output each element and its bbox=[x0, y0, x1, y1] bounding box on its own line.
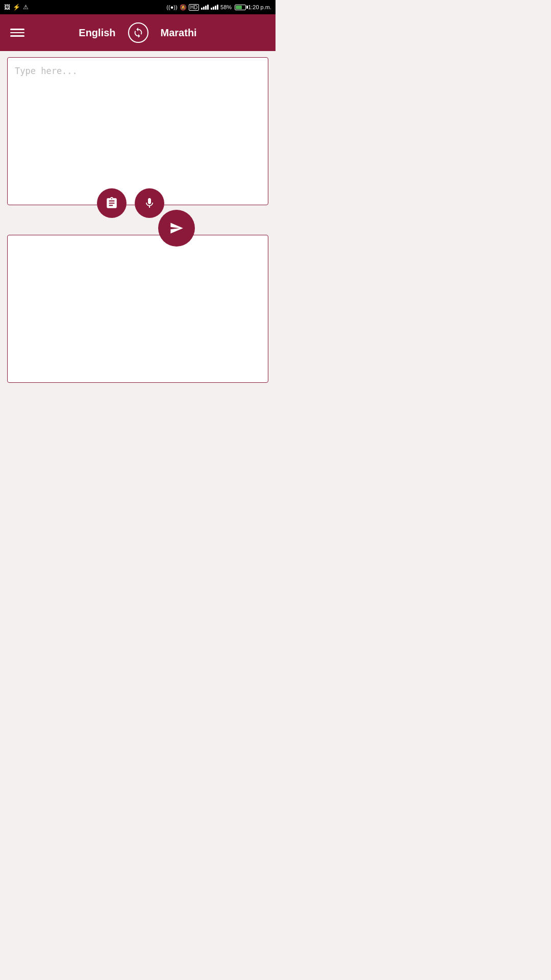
swap-language-button[interactable] bbox=[128, 22, 148, 43]
menu-line-1 bbox=[10, 29, 24, 30]
mute-icon: 🔕 bbox=[180, 4, 187, 11]
warning-icon: ⚠ bbox=[23, 4, 29, 11]
output-container bbox=[7, 235, 268, 383]
translate-button[interactable] bbox=[158, 210, 195, 247]
microphone-button[interactable] bbox=[135, 188, 164, 218]
swap-icon bbox=[133, 27, 144, 38]
status-right-icons: ((●)) 🔕 HD 58% 1:20 p.m. bbox=[166, 4, 271, 11]
text-input[interactable] bbox=[8, 58, 268, 205]
signal2-icon bbox=[211, 4, 218, 11]
status-bar: 🖼 ⚡ ⚠ ((●)) 🔕 HD 58% 1:20 p bbox=[0, 0, 276, 14]
battery-percent: 58% bbox=[220, 4, 232, 10]
action-buttons bbox=[97, 188, 164, 218]
clipboard-button[interactable] bbox=[97, 188, 127, 218]
input-container bbox=[7, 57, 268, 205]
usb-icon: ⚡ bbox=[13, 4, 20, 11]
status-left-icons: 🖼 ⚡ ⚠ bbox=[4, 4, 29, 11]
menu-line-2 bbox=[10, 32, 24, 34]
source-language[interactable]: English bbox=[79, 27, 115, 39]
main-content bbox=[0, 51, 276, 389]
menu-button[interactable] bbox=[10, 29, 24, 37]
app-bar: English Marathi bbox=[0, 14, 276, 51]
send-icon bbox=[169, 221, 184, 235]
target-language[interactable]: Marathi bbox=[161, 27, 197, 39]
hd-badge: HD bbox=[189, 4, 199, 11]
language-selector: English Marathi bbox=[24, 22, 251, 43]
clock: 1:20 p.m. bbox=[248, 4, 271, 10]
battery-icon bbox=[235, 5, 246, 10]
menu-line-3 bbox=[10, 35, 24, 37]
wifi-icon: ((●)) bbox=[166, 4, 177, 10]
microphone-icon bbox=[143, 197, 156, 209]
clipboard-icon bbox=[105, 197, 118, 210]
signal1-icon bbox=[201, 4, 209, 11]
image-icon: 🖼 bbox=[4, 4, 10, 11]
